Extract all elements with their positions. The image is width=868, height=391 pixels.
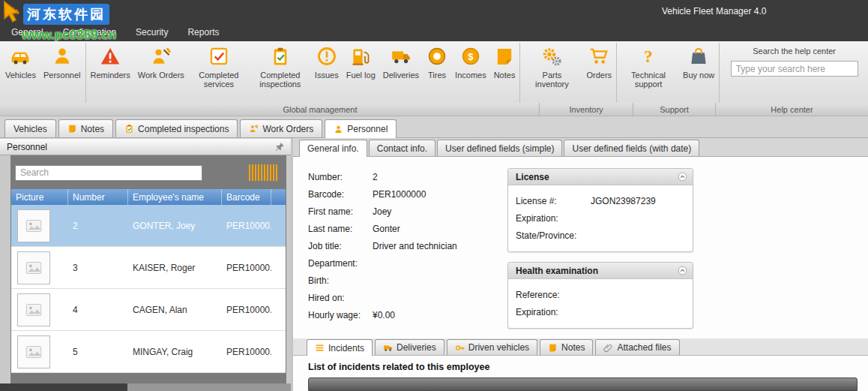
field-label: Last name: — [308, 224, 373, 234]
license-box: License License #:JGON23987239 Expiratio… — [507, 168, 693, 252]
personnel-detail-panel: General info. Contact info. User defined… — [293, 138, 868, 391]
ribbon-button-completed-services[interactable]: Completed services — [188, 41, 250, 104]
ribbon-button-label: Orders — [586, 71, 612, 80]
warning-triangle-icon — [100, 44, 121, 68]
ribbon-separator — [719, 43, 720, 104]
ribbon-button-completed-inspections[interactable]: Completed inspections — [250, 41, 311, 104]
ribbon-button-incomes[interactable]: Incomes — [451, 41, 490, 104]
tab-notes[interactable]: Notes — [58, 119, 113, 137]
tab-user-defined-fields-simple[interactable]: User defined fields (simple) — [437, 140, 562, 156]
collapse-icon[interactable] — [678, 172, 687, 182]
ribbon-button-issues[interactable]: Issues — [311, 41, 343, 104]
help-search-input[interactable] — [731, 61, 858, 77]
ribbon-button-reminders[interactable]: Reminders — [87, 41, 134, 104]
field-label: Barcode: — [308, 189, 373, 200]
horizontal-scrollbar[interactable] — [0, 383, 291, 391]
tab-label: Notes — [561, 342, 585, 353]
ribbon-button-notes[interactable]: Notes — [490, 41, 519, 104]
search-input[interactable] — [15, 165, 202, 181]
tab-deliveries[interactable]: Deliveries — [375, 339, 444, 355]
question-mark-icon — [638, 44, 659, 68]
barcode-cell: PER10000... — [222, 263, 271, 273]
list-icon — [315, 343, 325, 353]
column-header-picture[interactable]: Picture — [11, 189, 68, 205]
table-row[interactable]: 5 MINGAY, Craig PER10000... — [11, 331, 286, 373]
field-label: Birth: — [308, 275, 373, 286]
table-row[interactable]: 2 GONTER, Joey PER10000... — [11, 205, 286, 247]
tab-label: Work Orders — [262, 124, 313, 134]
picture-cell — [11, 251, 68, 284]
barcode-icon[interactable] — [249, 164, 279, 181]
tab-attached-files[interactable]: Attached files — [595, 339, 679, 355]
menu-security[interactable]: Security — [126, 23, 178, 41]
tab-general-info[interactable]: General info. — [299, 140, 367, 157]
tab-personnel[interactable]: Personnel — [325, 119, 397, 138]
dollar-coin-icon — [460, 44, 481, 68]
tab-label: Vehicles — [13, 124, 47, 134]
tab-completed-inspections[interactable]: Completed inspections — [115, 119, 238, 137]
ribbon-button-technical-support[interactable]: Technical support — [618, 41, 679, 104]
tab-user-defined-fields-with-date[interactable]: User defined fields (with date) — [564, 140, 699, 156]
ribbon-button-label: Personnel — [43, 71, 81, 80]
column-header-employees-name[interactable]: Employee's name — [128, 189, 222, 205]
group-caption-global-management: Global management — [0, 103, 540, 116]
main-area: Personnel Picture Number Employee's name… — [0, 138, 868, 391]
ribbon-button-label: Deliveries — [383, 71, 419, 80]
field-value: PER1000000 — [373, 189, 507, 200]
incidents-toolbar[interactable] — [308, 377, 858, 391]
tab-label: Personnel — [347, 124, 388, 134]
clipboard-check-icon — [270, 44, 291, 68]
ribbon-button-label: Parts inventory — [525, 71, 579, 89]
table-row[interactable]: 3 KAISER, Roger PER10000... — [11, 247, 286, 289]
photo-placeholder-icon — [17, 251, 50, 284]
car-icon — [10, 44, 31, 68]
group-caption-support: Support — [633, 103, 716, 116]
ribbon-button-personnel[interactable]: Personnel — [40, 41, 85, 104]
tab-label: Driven vehicles — [468, 342, 529, 353]
ribbon-button-label: Completed inspections — [253, 71, 307, 89]
ribbon-button-deliveries[interactable]: Deliveries — [379, 41, 423, 104]
ribbon-button-fuel-log[interactable]: Fuel log — [343, 41, 379, 104]
menu-general[interactable]: General — [1, 23, 53, 41]
scrollbar-thumb[interactable] — [0, 383, 127, 391]
photo-placeholder-icon — [17, 293, 50, 326]
general-info-content: Number:2 Barcode:PER1000000 First name:J… — [293, 157, 868, 338]
help-center-group: Search the help center — [720, 41, 868, 104]
app-logo-icon — [4, 3, 20, 20]
ribbon-button-parts-inventory[interactable]: Parts inventory — [521, 41, 582, 104]
ribbon-button-label: Reminders — [91, 71, 130, 80]
field-label: License #: — [516, 196, 591, 206]
barcode-cell: PER10000... — [222, 221, 271, 231]
tab-vehicles[interactable]: Vehicles — [4, 119, 56, 137]
number-cell: 3 — [68, 263, 128, 273]
tab-work-orders[interactable]: Work Orders — [240, 119, 322, 137]
tab-notes-related[interactable]: Notes — [540, 339, 593, 355]
ribbon-button-label: Technical support — [621, 71, 675, 89]
tab-incidents[interactable]: Incidents — [307, 339, 373, 356]
field-value: Gonter — [373, 224, 507, 234]
ribbon-button-tires[interactable]: Tires — [423, 41, 451, 104]
ribbon-button-label: Buy now — [683, 71, 714, 80]
column-header-barcode[interactable]: Barcode — [222, 189, 271, 205]
field-value: ¥0.00 — [373, 310, 507, 320]
column-header-number[interactable]: Number — [68, 189, 128, 205]
table-row[interactable]: 4 CAGEN, Alan PER10000... — [11, 289, 286, 331]
ribbon-button-label: Issues — [315, 71, 339, 80]
ribbon-button-buy-now[interactable]: Buy now — [679, 41, 718, 104]
title-bar: Vehicle Fleet Manager 4.0 — [0, 0, 868, 23]
menu-reports[interactable]: Reports — [178, 23, 229, 41]
collapse-icon[interactable] — [678, 266, 687, 275]
ribbon-button-vehicles[interactable]: Vehicles — [1, 41, 40, 104]
health-box-header: Health examination — [508, 263, 693, 279]
truck-icon — [383, 343, 393, 353]
ribbon-button-label: Fuel log — [346, 71, 376, 80]
pin-icon[interactable] — [275, 142, 285, 152]
box-title: License — [516, 172, 549, 182]
ribbon-button-work-orders[interactable]: Work Orders — [134, 41, 188, 104]
menu-configuration[interactable]: Configuration — [53, 23, 126, 41]
tab-contact-info[interactable]: Contact info. — [369, 140, 435, 156]
ribbon-button-orders[interactable]: Orders — [582, 41, 615, 104]
picture-cell — [11, 335, 68, 368]
tab-driven-vehicles[interactable]: Driven vehicles — [447, 339, 537, 355]
tab-label: Attached files — [617, 342, 671, 353]
